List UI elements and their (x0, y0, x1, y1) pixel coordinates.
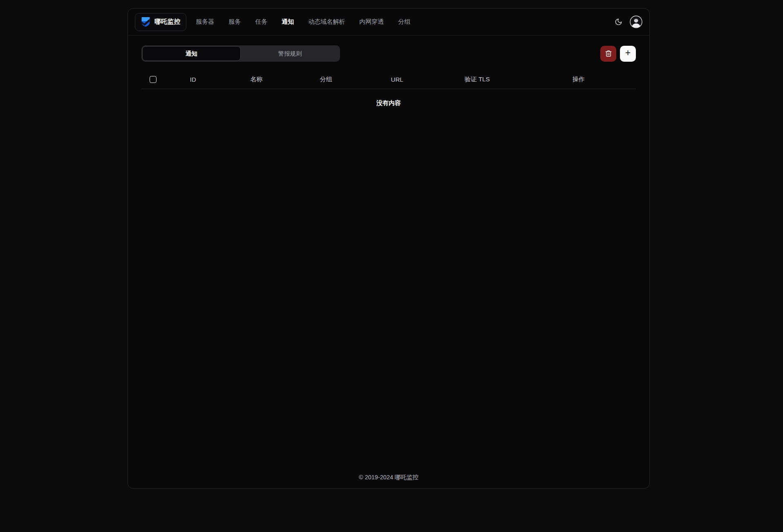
tab-list: 通知 警报规则 (141, 45, 340, 62)
nav-item-groups[interactable]: 分组 (398, 18, 410, 26)
notifications-table: ID 名称 分组 URL 验证 TLS 操作 没有内容 (141, 70, 636, 117)
toolbar-actions: + (600, 46, 636, 62)
nav-item-ddns[interactable]: 动态域名解析 (308, 18, 345, 26)
tab-notifications[interactable]: 通知 (142, 46, 241, 61)
footer-copyright: © 2019-2024 哪吒监控 (128, 474, 649, 481)
nav-item-notifications[interactable]: 通知 (282, 18, 294, 26)
column-header-url: URL (361, 76, 434, 83)
nav-item-services[interactable]: 服务 (228, 18, 241, 26)
select-all-checkbox[interactable] (150, 76, 157, 83)
tab-alert-rules[interactable]: 警报规则 (241, 46, 339, 61)
user-avatar[interactable] (630, 16, 642, 28)
main-card: 哪吒监控 服务器 服务 任务 通知 动态域名解析 内网穿透 分组 (128, 8, 650, 489)
main-content: 通知 警报规则 + (128, 45, 649, 117)
nav-item-servers[interactable]: 服务器 (196, 18, 214, 26)
moon-icon (615, 18, 622, 26)
table-header-row: ID 名称 分组 URL 验证 TLS 操作 (141, 70, 636, 89)
empty-state-message: 没有内容 (141, 89, 636, 117)
column-header-id: ID (164, 76, 222, 83)
nav-item-tasks[interactable]: 任务 (255, 18, 267, 26)
navbar: 哪吒监控 服务器 服务 任务 通知 动态域名解析 内网穿透 分组 (128, 9, 649, 36)
brand-shield-icon (141, 17, 150, 27)
delete-button[interactable] (600, 46, 616, 62)
column-header-name: 名称 (222, 76, 291, 83)
theme-toggle-button[interactable] (612, 16, 624, 28)
nav-item-nat[interactable]: 内网穿透 (359, 18, 384, 26)
brand-name: 哪吒监控 (154, 18, 180, 26)
trash-icon (605, 50, 612, 57)
navbar-right (612, 16, 642, 28)
main-nav: 服务器 服务 任务 通知 动态域名解析 内网穿透 分组 (196, 18, 410, 26)
brand-logo[interactable]: 哪吒监控 (135, 13, 186, 31)
toolbar-row: 通知 警报规则 + (141, 45, 636, 62)
column-header-group: 分组 (291, 76, 361, 83)
column-header-actions: 操作 (521, 76, 636, 83)
add-button[interactable]: + (620, 46, 636, 62)
column-header-verify-tls: 验证 TLS (433, 76, 521, 83)
